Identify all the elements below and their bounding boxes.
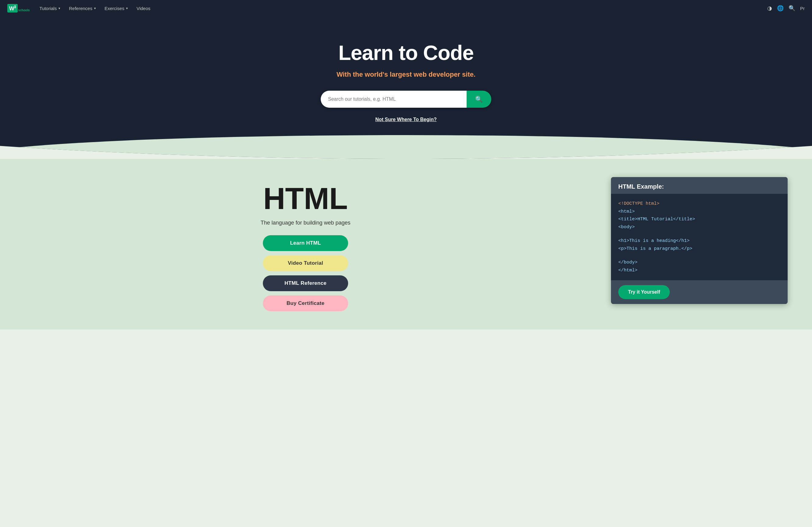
hero-subtitle: With the world's largest web developer s…: [6, 71, 806, 78]
chevron-down-icon: ▾: [126, 6, 128, 10]
logo-sub-text: schools: [18, 9, 30, 12]
contrast-icon[interactable]: ◑: [767, 5, 772, 12]
code-blank-2: [618, 253, 780, 259]
html-section-title: HTML: [24, 183, 586, 214]
logo[interactable]: W3 schools: [7, 4, 30, 13]
video-tutorial-button[interactable]: Video Tutorial: [263, 255, 348, 271]
code-body: <!DOCTYPE html> <html> <title>HTML Tutor…: [611, 194, 788, 280]
code-line-title: <title>HTML Tutorial</title>: [618, 215, 780, 223]
search-icon[interactable]: 🔍: [788, 5, 795, 12]
chevron-down-icon: ▾: [94, 6, 96, 10]
code-line-body: <body>: [618, 223, 780, 231]
nav-right: ◑ 🌐 🔍 Pr: [767, 5, 805, 12]
try-it-yourself-button[interactable]: Try it Yourself: [618, 285, 670, 299]
hero-title: Learn to Code: [6, 41, 806, 64]
code-line-doctype: <!DOCTYPE html>: [618, 200, 780, 208]
button-group: Learn HTML Video Tutorial HTML Reference…: [24, 235, 586, 311]
html-reference-button[interactable]: HTML Reference: [263, 275, 348, 291]
chevron-down-icon: ▾: [58, 6, 60, 10]
nav-item-exercises[interactable]: Exercises ▾: [101, 4, 132, 13]
search-input[interactable]: [321, 91, 467, 108]
html-info: HTML The language for building web pages…: [24, 177, 586, 311]
nav-items: Tutorials ▾ References ▾ Exercises ▾ Vid…: [35, 4, 767, 13]
nav-item-references[interactable]: References ▾: [65, 4, 100, 13]
code-line-h1: <h1>This is a heading</h1>: [618, 237, 780, 245]
search-button[interactable]: 🔍: [467, 91, 491, 108]
code-line-html: <html>: [618, 208, 780, 216]
code-blank-1: [618, 231, 780, 237]
learn-html-button[interactable]: Learn HTML: [263, 235, 348, 251]
globe-icon[interactable]: 🌐: [777, 5, 784, 12]
navbar: W3 schools Tutorials ▾ References ▾ Exer…: [0, 0, 812, 16]
html-section-subtitle: The language for building web pages: [24, 220, 586, 226]
code-example-header: HTML Example:: [611, 177, 788, 194]
content-section: HTML The language for building web pages…: [0, 159, 812, 330]
logo-box: W3: [7, 4, 18, 13]
not-sure-link[interactable]: Not Sure Where To Begin?: [375, 117, 436, 122]
code-example-box: HTML Example: <!DOCTYPE html> <html> <ti…: [611, 177, 788, 304]
code-line-closehtml: </html>: [618, 267, 780, 274]
code-line-p: <p>This is a paragraph.</p>: [618, 245, 780, 253]
buy-certificate-button[interactable]: Buy Certificate: [263, 296, 348, 311]
hero-section: Learn to Code With the world's largest w…: [0, 16, 812, 159]
code-footer: Try it Yourself: [611, 280, 788, 304]
nav-item-videos[interactable]: Videos: [133, 4, 154, 13]
code-line-closebody: </body>: [618, 259, 780, 267]
search-icon: 🔍: [475, 95, 483, 103]
search-bar: 🔍: [321, 91, 491, 108]
search-container: 🔍: [6, 91, 806, 108]
nav-item-tutorials[interactable]: Tutorials ▾: [35, 4, 64, 13]
profile-icon[interactable]: Pr: [800, 6, 805, 11]
